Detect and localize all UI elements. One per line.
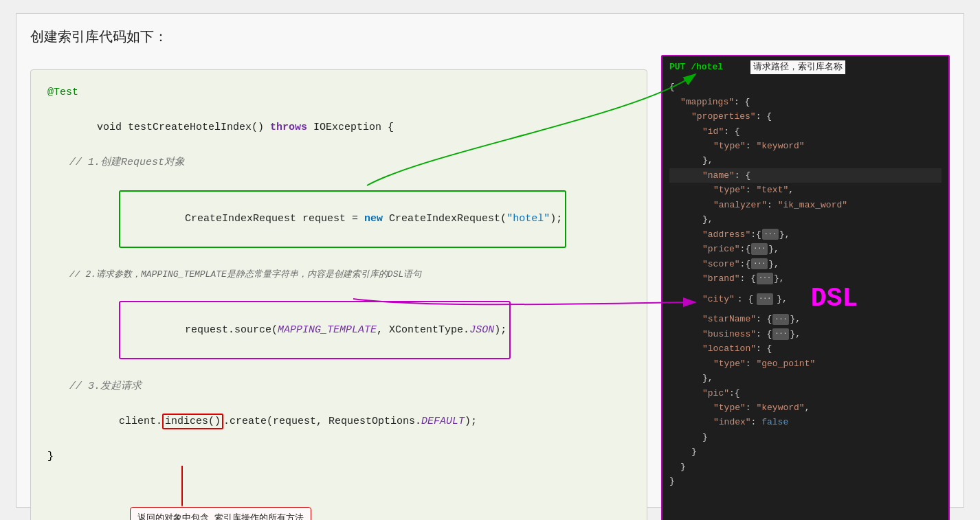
annotation-label: 请求路径，索引库名称 xyxy=(750,60,845,75)
main-container: 创建索引库代码如下： @Test void testCreateHotelInd… xyxy=(16,13,964,508)
code-annotation-test: @Test xyxy=(47,84,630,102)
right-panel: PUT /hotel 请求路径，索引库名称 { "mappings": { "p… xyxy=(661,55,950,521)
code-comment3: // 3.发起请求 xyxy=(69,378,630,396)
code-comment1: // 1.创建Request对象 xyxy=(69,154,630,172)
json-line-21: "type": "keyword", xyxy=(669,400,942,415)
json-line-7: "type": "text", xyxy=(669,183,942,197)
put-method: PUT /hotel xyxy=(669,60,723,75)
json-line-17: "location": { xyxy=(669,341,942,356)
json-line-12: "score":{···}, xyxy=(669,257,942,271)
code-method-signature: void testCreateHotelIndex() throws IOExc… xyxy=(47,101,630,154)
json-content: { "mappings": { "properties": { "id": { … xyxy=(669,77,942,491)
json-line-5: }, xyxy=(669,153,942,168)
json-line-3: "id": { xyxy=(669,124,942,139)
json-line-8: "analyzer": "ik_max_word" xyxy=(669,198,942,212)
json-line-1: "mappings": { xyxy=(669,95,942,109)
json-line-10: "address":{···}, xyxy=(669,227,942,242)
svg-marker-1 xyxy=(181,499,183,507)
code-closing: } xyxy=(47,448,630,466)
dsl-label: DSL xyxy=(811,286,858,312)
json-line-15: "starName": {···}, xyxy=(669,312,942,326)
json-line-2: "properties": { xyxy=(669,109,942,124)
right-wrapper: PUT /hotel 请求路径，索引库名称 { "mappings": { "p… xyxy=(661,27,950,493)
json-line-25: } xyxy=(669,460,942,474)
json-line-24: } xyxy=(669,444,942,459)
code-block: @Test void testCreateHotelIndex() throws… xyxy=(30,69,647,521)
json-line-26: } xyxy=(669,474,942,488)
json-line-16: "business": {···}, xyxy=(669,327,942,341)
json-line-11: "price":{···}, xyxy=(669,242,942,256)
left-panel: 创建索引库代码如下： @Test void testCreateHotelInd… xyxy=(30,27,647,493)
arrow-label-area xyxy=(661,27,950,55)
code-comment2: // 2.请求参数，MAPPING_TEMPLATE是静态常量字符串，内容是创建… xyxy=(69,267,630,282)
json-line-4: "type": "keyword" xyxy=(669,139,942,153)
json-line-6: "name": { xyxy=(669,168,942,183)
json-line-0: { xyxy=(669,80,942,94)
json-line-22: "index": false xyxy=(669,415,942,429)
red-arrow-line xyxy=(181,466,183,507)
code-line-client: client.indices().create(request, Request… xyxy=(69,396,630,449)
put-header: PUT /hotel 请求路径，索引库名称 xyxy=(669,60,942,75)
page-title: 创建索引库代码如下： xyxy=(30,27,647,46)
json-line-20: "pic":{ xyxy=(669,386,942,400)
json-line-23: } xyxy=(669,430,942,444)
json-line-14: "city": {···}, DSL xyxy=(669,286,942,312)
json-line-19: }, xyxy=(669,371,942,385)
json-line-18: "type": "geo_point" xyxy=(669,357,942,371)
json-line-13: "brand": {···}, xyxy=(669,271,942,286)
json-line-9: }, xyxy=(669,212,942,227)
balloon: 返回的对象中包含 索引库操作的所有方法 xyxy=(130,507,311,520)
balloon-area: 返回的对象中包含 索引库操作的所有方法 xyxy=(47,466,630,520)
code-line-source: request.source(MAPPING_TEMPLATE, XConten… xyxy=(69,284,630,377)
code-line-create: CreateIndexRequest request = new CreateI… xyxy=(69,172,630,266)
